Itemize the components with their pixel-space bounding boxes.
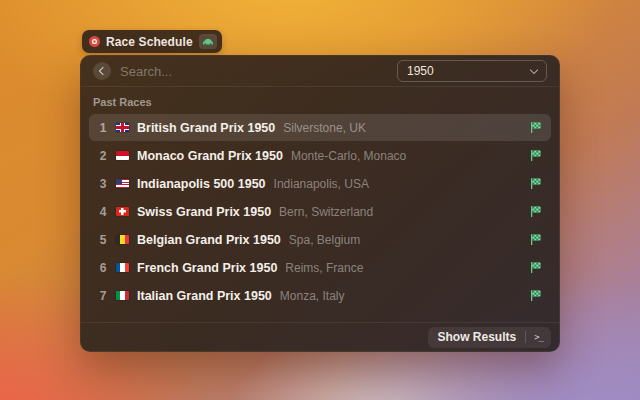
results-area: Past Races 1 British Grand Prix 1950 Sil… (81, 87, 559, 322)
section-title: Past Races (93, 96, 547, 108)
race-list-item[interactable]: 3 Indianapolis 500 1950 Indianapolis, US… (89, 170, 551, 197)
france-flag-icon (116, 263, 129, 272)
chevron-down-icon (530, 65, 538, 73)
show-results-button[interactable]: Show Results >_ (428, 327, 551, 348)
race-rank: 5 (98, 233, 108, 247)
year-dropdown[interactable]: 1950 (397, 60, 547, 82)
back-button[interactable] (93, 62, 111, 80)
race-list-item[interactable]: 4 Swiss Grand Prix 1950 Bern, Switzerlan… (89, 198, 551, 225)
race-schedule-window: 1950 Past Races 1 British Grand Prix 195… (80, 55, 560, 352)
race-rank: 7 (98, 289, 108, 303)
race-title: Monaco Grand Prix 1950 (137, 149, 283, 163)
checkered-flag-icon (529, 177, 542, 190)
race-location: Reims, France (285, 261, 521, 275)
race-title: Indianapolis 500 1950 (137, 177, 266, 191)
race-list-item[interactable]: 1 British Grand Prix 1950 Silverstone, U… (89, 114, 551, 141)
race-location: Spa, Belgium (289, 233, 521, 247)
italy-flag-icon (116, 291, 129, 300)
race-title: French Grand Prix 1950 (137, 261, 277, 275)
race-list-item[interactable]: 5 Belgian Grand Prix 1950 Spa, Belgium (89, 226, 551, 253)
race-list-item[interactable]: 7 Italian Grand Prix 1950 Monza, Italy (89, 282, 551, 309)
checkered-flag-icon (529, 205, 542, 218)
race-location: Monte-Carlo, Monaco (291, 149, 521, 163)
show-results-label: Show Results (428, 330, 525, 344)
race-location: Silverstone, UK (283, 121, 521, 135)
search-bar: 1950 (81, 56, 559, 87)
year-dropdown-value: 1950 (407, 64, 434, 78)
checkered-flag-icon (529, 233, 542, 246)
race-list-item[interactable]: 2 Monaco Grand Prix 1950 Monte-Carlo, Mo… (89, 142, 551, 169)
race-rank: 6 (98, 261, 108, 275)
race-schedule-tooltip: Race Schedule (82, 30, 222, 53)
switzerland-flag-icon (116, 207, 129, 216)
checkered-flag-icon (529, 289, 542, 302)
race-title: British Grand Prix 1950 (137, 121, 275, 135)
search-input[interactable] (120, 64, 388, 79)
race-list: 1 British Grand Prix 1950 Silverstone, U… (89, 114, 551, 309)
chevron-left-icon (99, 67, 107, 75)
record-dot-icon (89, 36, 100, 47)
belgium-flag-icon (116, 235, 129, 244)
race-rank: 1 (98, 121, 108, 135)
race-rank: 2 (98, 149, 108, 163)
checkered-flag-icon (529, 121, 542, 134)
footer-bar: Show Results >_ (81, 322, 559, 351)
terminal-key-icon: >_ (526, 332, 551, 342)
race-title: Italian Grand Prix 1950 (137, 289, 272, 303)
race-location: Bern, Switzerland (279, 205, 521, 219)
race-rank: 4 (98, 205, 108, 219)
uk-flag-icon (116, 123, 129, 132)
race-location: Monza, Italy (280, 289, 521, 303)
race-title: Swiss Grand Prix 1950 (137, 205, 271, 219)
race-rank: 3 (98, 177, 108, 191)
race-car-icon (199, 34, 217, 49)
desktop-wallpaper: Race Schedule 1950 Past Races 1 (0, 0, 640, 400)
monaco-flag-icon (116, 151, 129, 160)
race-list-item[interactable]: 6 French Grand Prix 1950 Reims, France (89, 254, 551, 281)
tooltip-label: Race Schedule (106, 35, 193, 49)
race-location: Indianapolis, USA (274, 177, 521, 191)
race-title: Belgian Grand Prix 1950 (137, 233, 281, 247)
checkered-flag-icon (529, 149, 542, 162)
usa-flag-icon (116, 179, 129, 188)
checkered-flag-icon (529, 261, 542, 274)
